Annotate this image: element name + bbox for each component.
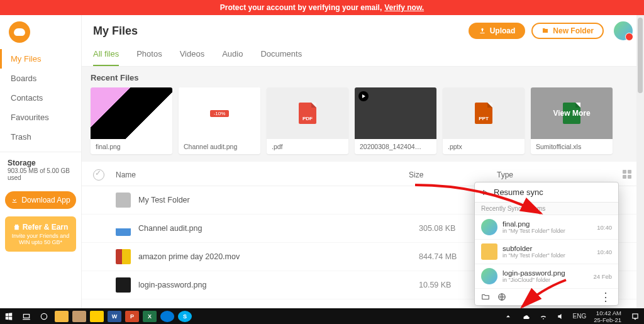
synced-item[interactable]: final.png in "My Test Folder" folder 10:… <box>475 215 618 240</box>
synced-item[interactable]: login-password.png in "JioCloud" folder … <box>475 264 618 289</box>
notification-button[interactable] <box>626 308 644 324</box>
sidebar-item-favourites[interactable]: Favourites <box>0 108 81 127</box>
thumbnail: PPT <box>443 87 525 139</box>
upload-icon <box>479 27 486 35</box>
tray-wifi-icon[interactable] <box>535 308 552 324</box>
vertical-scrollbar[interactable] <box>636 15 644 308</box>
file-name: login-password.png <box>138 281 419 289</box>
tab-audio[interactable]: Audio <box>222 45 243 66</box>
recent-card[interactable]: PDF .pdf <box>267 87 348 154</box>
upload-button[interactable]: Upload <box>469 23 526 39</box>
view-more-card[interactable]: View More Sumitofficial.xls <box>531 87 613 154</box>
tab-videos[interactable]: Videos <box>180 45 205 66</box>
sidebar-item-myfiles[interactable]: My Files <box>0 49 81 69</box>
play-outline-icon <box>481 189 489 196</box>
skype-icon[interactable]: S <box>178 311 192 322</box>
card-label: .pdf <box>267 139 348 154</box>
scrollbar-thumb[interactable] <box>638 18 643 93</box>
recent-card[interactable]: PPT .pptx <box>443 87 525 154</box>
ppt-icon: PPT <box>475 103 492 124</box>
tray-cloud-icon[interactable] <box>517 308 535 324</box>
download-app-button[interactable]: Download App <box>5 191 76 209</box>
explorer-icon[interactable] <box>90 311 104 322</box>
recent-files-section: Recent Files final.png -10% Channel audi… <box>82 67 644 162</box>
thumbnail: PDF <box>267 87 348 139</box>
file-type-icon <box>116 249 131 264</box>
thumbnail <box>91 87 172 139</box>
synced-section-label: Recently Synced Items <box>475 203 618 215</box>
tab-documents[interactable]: Documents <box>260 45 302 66</box>
system-clock[interactable]: 10:42 AM 25-Feb-21 <box>589 310 626 323</box>
gift-icon <box>13 224 20 231</box>
column-type[interactable]: Type <box>497 170 623 179</box>
main-content: My Files Upload New Folder All files Pho… <box>82 15 644 308</box>
item-thumbnail <box>481 268 497 284</box>
column-name[interactable]: Name <box>116 170 409 179</box>
refer-title: Refer & Earn <box>23 223 69 232</box>
banner-text: Protect your account by verifying your e… <box>220 3 382 12</box>
powerpoint-icon[interactable]: P <box>125 311 139 322</box>
resume-sync-button[interactable]: Resume sync <box>475 182 618 203</box>
file-type-icon <box>116 277 131 293</box>
globe-icon[interactable] <box>497 293 506 301</box>
upload-label: Upload <box>490 26 516 35</box>
download-app-label: Download App <box>21 196 70 204</box>
file-name: My Test Folder <box>138 196 419 204</box>
recent-title: Recent Files <box>91 73 635 82</box>
grid-view-icon[interactable] <box>623 170 633 180</box>
play-icon <box>358 91 369 101</box>
thumbnail <box>355 87 436 139</box>
tab-allfiles[interactable]: All files <box>93 45 119 66</box>
refer-detail: Invite your Friends and WIN upto 50 GB* <box>9 233 72 245</box>
discount-badge: -10% <box>210 110 230 117</box>
folder-icon[interactable] <box>481 293 490 301</box>
sidebar-item-contacts[interactable]: Contacts <box>0 88 81 108</box>
taskview-button[interactable] <box>18 308 35 324</box>
tab-photos[interactable]: Photos <box>136 45 162 66</box>
wifi-icon <box>539 312 548 321</box>
tray-volume-icon[interactable] <box>552 308 570 324</box>
recent-card[interactable]: 20200308_142404… <box>355 87 436 154</box>
taskbar-app[interactable] <box>72 311 86 322</box>
taskbar-app[interactable] <box>55 311 69 322</box>
svg-point-2 <box>41 313 47 319</box>
synced-item[interactable]: subfolder in "My Test Folder" folder 10:… <box>475 240 618 264</box>
sidebar-item-boards[interactable]: Boards <box>0 69 81 88</box>
card-label: final.png <box>91 139 172 154</box>
column-size[interactable]: Size <box>409 170 497 179</box>
excel-icon[interactable]: X <box>143 311 157 322</box>
new-folder-button[interactable]: New Folder <box>531 23 604 39</box>
item-location: in "My Test Folder" folder <box>502 252 592 259</box>
item-thumbnail <box>481 219 497 235</box>
avatar[interactable] <box>614 21 633 40</box>
select-all-checkbox[interactable] <box>93 169 104 181</box>
tray-chevron-icon[interactable] <box>499 308 517 324</box>
taskview-icon <box>22 312 31 321</box>
word-icon[interactable]: W <box>108 311 121 322</box>
card-label: Channel audit.png <box>179 139 260 154</box>
item-time: 10:40 <box>597 224 612 231</box>
recent-card[interactable]: -10% Channel audit.png <box>179 87 260 154</box>
folder-plus-icon <box>541 27 549 35</box>
item-name: subfolder <box>502 245 592 252</box>
storage-title: Storage <box>8 159 74 167</box>
sidebar-item-trash[interactable]: Trash <box>0 127 81 147</box>
windows-icon <box>4 312 13 321</box>
recent-card[interactable]: final.png <box>91 87 172 154</box>
edge-icon[interactable] <box>160 311 174 322</box>
sidebar: My Files Boards Contacts Favourites Tras… <box>0 15 82 308</box>
pdf-icon: PDF <box>299 103 316 124</box>
speaker-icon <box>557 312 565 321</box>
page-title: My Files <box>93 25 462 38</box>
verify-link[interactable]: Verify now. <box>384 3 424 12</box>
chevron-up-icon <box>504 312 513 321</box>
cortana-button[interactable] <box>35 308 53 324</box>
start-button[interactable] <box>0 308 18 324</box>
logo[interactable] <box>0 15 81 49</box>
resume-sync-label: Resume sync <box>494 187 543 197</box>
refer-earn-card[interactable]: Refer & Earn Invite your Friends and WIN… <box>5 216 76 252</box>
file-name: Channel audit.png <box>138 224 419 233</box>
language-indicator[interactable]: ENG <box>570 308 589 324</box>
item-time: 24 Feb <box>593 273 612 280</box>
popup-footer: ⋮ <box>475 289 618 305</box>
